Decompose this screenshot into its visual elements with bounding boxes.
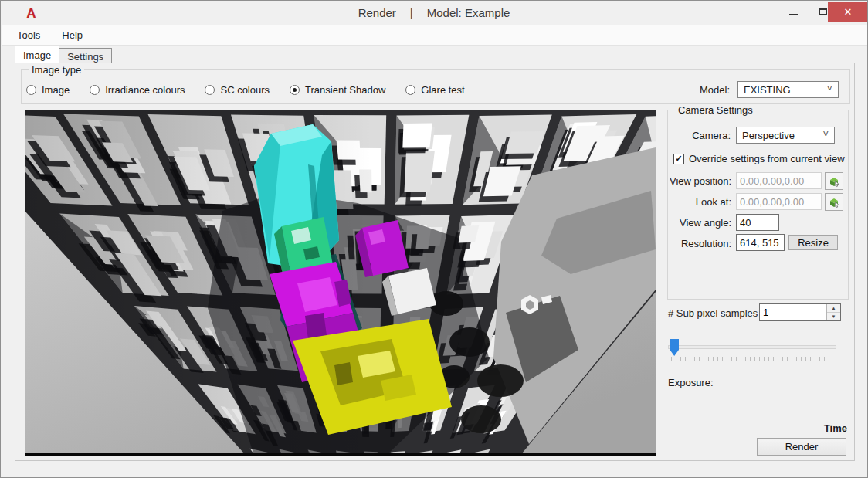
pick-point-icon <box>828 196 840 208</box>
slider-ticks <box>671 357 832 361</box>
chevron-down-icon: ˅ <box>822 131 829 138</box>
view-position-field <box>736 172 822 189</box>
exposure-label: Exposure: <box>668 377 714 388</box>
subpixel-samples-stepper[interactable]: ▲ ▼ <box>759 303 841 321</box>
radio-sc-colours-label: SC colours <box>220 84 270 96</box>
minimize-icon <box>789 14 798 15</box>
menu-bar: Tools Help <box>2 25 868 46</box>
title-bar: A Render|Model: Example ✕ <box>1 1 867 25</box>
time-label: Time <box>757 422 847 434</box>
app-window: A Render|Model: Example ✕ Tools Help Ima… <box>0 0 868 478</box>
image-type-groupbox: Image type Image Irradiance colours SC c… <box>21 69 850 104</box>
subpixel-samples-label: # Sub pixel samples <box>668 307 758 319</box>
slider-track[interactable] <box>668 345 836 349</box>
override-settings-label: Override settings from current view <box>689 153 845 164</box>
window-title-separator: | <box>410 6 413 19</box>
chevron-down-icon: ˅ <box>826 85 832 93</box>
spinner-up-icon: ▲ <box>832 306 836 310</box>
resolution-label: Resolution: <box>668 238 731 249</box>
tab-strip: Image Settings <box>15 46 111 63</box>
resize-button[interactable]: Resize <box>788 235 838 250</box>
override-settings-checkbox[interactable]: ✓ <box>673 154 684 164</box>
exposure-slider[interactable] <box>668 337 836 359</box>
render-preview-image[interactable] <box>25 110 656 456</box>
radio-circle-icon <box>290 85 300 95</box>
window-title-app: Render <box>358 6 396 19</box>
image-tab-page: Image type Image Irradiance colours SC c… <box>15 63 855 461</box>
pick-look-at-button[interactable] <box>825 193 843 211</box>
pick-view-position-button[interactable] <box>825 172 843 190</box>
slider-thumb[interactable] <box>670 339 679 356</box>
camera-label: Camera: <box>668 130 731 141</box>
view-angle-label: View angle: <box>668 217 731 229</box>
pick-point-icon <box>828 175 840 188</box>
subpixel-samples-field[interactable] <box>760 304 826 320</box>
menu-tools[interactable]: Tools <box>17 29 40 41</box>
radio-transient-shadow-label: Transient Shadow <box>305 84 385 96</box>
spinner-up-button[interactable]: ▲ <box>827 304 840 313</box>
radio-glare-test[interactable]: Glare test <box>405 84 464 96</box>
model-dropdown[interactable]: EXISTING ˅ <box>737 81 839 98</box>
radio-circle-icon <box>205 85 215 95</box>
tab-settings[interactable]: Settings <box>59 48 112 63</box>
radio-image[interactable]: Image <box>26 84 70 96</box>
image-type-legend: Image type <box>29 64 84 76</box>
override-settings-row: ✓ Override settings from current view <box>673 153 845 164</box>
camera-dropdown[interactable]: Perspective ˅ <box>736 127 835 144</box>
tab-image[interactable]: Image <box>15 46 59 63</box>
spinner-down-button[interactable]: ▼ <box>827 313 840 321</box>
maximize-icon <box>819 8 827 15</box>
radio-circle-icon <box>90 85 100 95</box>
camera-settings-groupbox: Camera Settings Camera: Perspective ˅ ✓ … <box>667 110 849 300</box>
menu-help[interactable]: Help <box>62 29 83 41</box>
look-at-label: Look at: <box>668 196 731 208</box>
camera-settings-legend: Camera Settings <box>675 104 756 116</box>
window-title-model: Model: Example <box>427 6 510 19</box>
resolution-field[interactable] <box>736 234 785 251</box>
radio-irradiance-label: Irradiance colours <box>105 84 185 96</box>
camera-dropdown-value: Perspective <box>742 130 795 141</box>
radio-image-label: Image <box>42 84 70 96</box>
model-label: Model: <box>700 84 730 96</box>
radio-sc-colours[interactable]: SC colours <box>205 84 270 96</box>
radio-circle-icon <box>26 85 36 95</box>
minimize-button[interactable] <box>777 1 809 22</box>
model-dropdown-value: EXISTING <box>744 84 791 96</box>
look-at-field <box>736 193 822 210</box>
spinner-down-icon: ▼ <box>832 314 836 319</box>
model-row: Model: EXISTING ˅ <box>700 81 839 98</box>
radio-glare-test-label: Glare test <box>421 84 464 96</box>
render-button[interactable]: Render <box>757 438 846 456</box>
image-type-options: Image Irradiance colours SC colours Tran… <box>26 84 465 96</box>
close-button[interactable]: ✕ <box>828 2 868 22</box>
view-angle-field[interactable] <box>736 214 779 231</box>
close-icon: ✕ <box>844 6 853 18</box>
window-title: Render|Model: Example <box>1 6 867 19</box>
spinner-buttons: ▲ ▼ <box>826 304 840 320</box>
radio-irradiance-colours[interactable]: Irradiance colours <box>90 84 185 96</box>
radio-circle-icon <box>405 85 415 95</box>
radio-transient-shadow[interactable]: Transient Shadow <box>290 84 385 96</box>
check-icon: ✓ <box>675 154 682 164</box>
city-render-graphic <box>25 110 656 453</box>
view-position-label: View position: <box>668 175 731 187</box>
